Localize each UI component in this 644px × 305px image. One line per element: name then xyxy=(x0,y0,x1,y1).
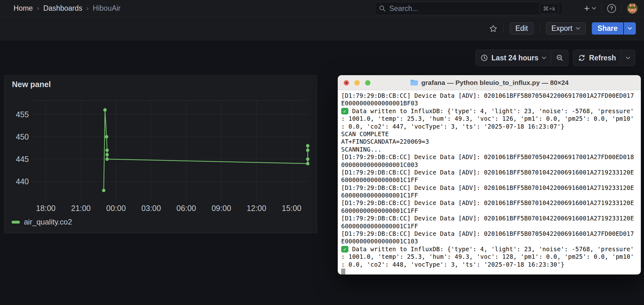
terminal-window[interactable]: grafana — Python bleuio_to_influx.py — 8… xyxy=(338,75,641,274)
zoom-out-icon xyxy=(556,54,564,62)
y-tick-label: 445 xyxy=(16,155,29,164)
series-point xyxy=(105,135,108,138)
terminal-line: [D1:79:29:DB:CB:CC] Device Data [ADV]: 0… xyxy=(341,214,637,222)
zoom-window-button[interactable] xyxy=(365,80,370,86)
terminal-cursor-line xyxy=(341,268,637,274)
chevron-down-icon xyxy=(626,57,630,59)
folder-icon xyxy=(410,79,418,86)
search-shortcut-badge: ⌘+k xyxy=(539,3,559,14)
chevron-down-icon xyxy=(542,57,546,59)
terminal-line: 60000000000000001C1FF xyxy=(341,176,637,184)
user-avatar[interactable] xyxy=(627,3,638,14)
divider xyxy=(621,4,622,13)
breadcrumb-separator: › xyxy=(37,4,39,13)
series-point xyxy=(306,144,309,147)
terminal-line: AT+FINDSCANDATA=220069=3 xyxy=(341,138,637,145)
series-point xyxy=(306,148,309,152)
share-button[interactable]: Share xyxy=(592,22,623,35)
series-point xyxy=(306,162,309,165)
series-point xyxy=(105,153,109,156)
check-icon: ✓ xyxy=(341,246,348,252)
chevron-down-icon xyxy=(628,27,632,30)
divider xyxy=(503,24,504,33)
star-icon xyxy=(489,25,497,33)
edit-button[interactable]: Edit xyxy=(510,22,534,35)
terminal-content[interactable]: [D1:79:29:DB:CB:CC] Device Data [ADV]: 0… xyxy=(338,90,641,274)
search-placeholder: Search... xyxy=(389,4,418,13)
terminal-line: [D1:79:29:DB:CB:CC] Device Data [ADV]: 0… xyxy=(341,153,637,161)
terminal-line: 60000000000000001C1FF xyxy=(341,207,637,214)
series-point xyxy=(102,189,105,192)
top-nav: Home›Dashboards›HibouAir Search... ⌘+k +… xyxy=(0,0,644,17)
minimize-window-button[interactable] xyxy=(354,80,360,86)
terminal-line: : 0.0, 'co2': 447, 'vocType': 3, 'ts': '… xyxy=(341,123,637,130)
terminal-title: grafana — Python bleuio_to_influx.py — 8… xyxy=(410,79,569,86)
favorite-button[interactable] xyxy=(489,25,497,33)
x-tick-label: 15:00 xyxy=(282,204,301,213)
terminal-line: ✓ Data written to InfluxDB: {'type': 4, … xyxy=(341,107,637,115)
terminal-line: SCANNING... xyxy=(341,146,637,153)
chevron-down-icon xyxy=(576,27,580,30)
help-button[interactable]: ? xyxy=(607,4,616,13)
x-tick-label: 18:00 xyxy=(36,204,55,213)
x-tick-label: 21:00 xyxy=(71,204,91,213)
divider xyxy=(602,4,602,13)
refresh-button[interactable]: Refresh xyxy=(573,50,621,66)
terminal-line: [D1:79:29:DB:CB:CC] Device Data [ADV]: 0… xyxy=(341,199,637,207)
grafana-dashboard-page: { "topnav": { "breadcrumbs": [ { "label"… xyxy=(0,0,644,305)
breadcrumb-item-home[interactable]: Home xyxy=(14,4,33,13)
x-tick-label: 06:00 xyxy=(176,204,196,213)
terminal-line: : 1001.0, 'temp': 25.3, 'hum': 49.3, 'vo… xyxy=(341,253,637,260)
refresh-interval-picker[interactable] xyxy=(621,50,635,66)
terminal-line: SCAN COMPLETE xyxy=(341,130,637,138)
x-tick-label: 12:00 xyxy=(247,204,266,213)
chevron-down-icon xyxy=(592,7,596,10)
terminal-line: : 1001.0, 'temp': 25.3, 'hum': 49.3, 'vo… xyxy=(341,115,637,122)
time-controls: Last 24 hours Refresh xyxy=(475,50,635,66)
y-tick-label: 455 xyxy=(16,110,29,119)
new-button[interactable]: + xyxy=(584,4,596,13)
close-window-button[interactable] xyxy=(344,80,349,86)
legend-color-swatch xyxy=(12,221,20,224)
search-input[interactable]: Search... ⌘+k xyxy=(375,2,563,15)
time-range-picker[interactable]: Last 24 hours xyxy=(476,50,551,66)
x-tick-label: 03:00 xyxy=(141,204,161,213)
share-options-button[interactable] xyxy=(624,22,636,35)
series-point xyxy=(306,158,309,161)
terminal-line: 00000000000000001C003 xyxy=(341,161,637,169)
terminal-line: [D1:79:29:DB:CB:CC] Device Data [ADV]: 0… xyxy=(341,184,637,191)
refresh-icon xyxy=(578,54,586,62)
divider xyxy=(540,24,540,33)
x-tick-label: 09:00 xyxy=(212,204,231,213)
export-button[interactable]: Export xyxy=(546,22,586,35)
help-icon: ? xyxy=(607,4,616,13)
window-controls xyxy=(344,75,370,90)
search-icon xyxy=(379,5,386,12)
series-point xyxy=(105,158,109,161)
series-point xyxy=(105,148,109,152)
clock-icon xyxy=(480,54,488,62)
terminal-titlebar[interactable]: grafana — Python bleuio_to_influx.py — 8… xyxy=(338,75,641,90)
timeseries-chart: 44044545045518:0021:0000:0003:0006:0009:… xyxy=(4,75,317,233)
dashboard-toolbar: Edit Export Share xyxy=(0,17,644,40)
terminal-line: [D1:79:29:DB:CB:CC] Device Data [ADV]: 0… xyxy=(341,92,637,99)
terminal-line: 60000000000000001C1FF xyxy=(341,191,637,199)
top-nav-actions: + ? xyxy=(584,0,638,17)
breadcrumb-separator: › xyxy=(86,4,89,13)
time-range-group: Last 24 hours xyxy=(475,50,569,66)
terminal-line: [D1:79:29:DB:CB:CC] Device Data [ADV]: 0… xyxy=(341,169,637,176)
y-tick-label: 440 xyxy=(16,177,29,186)
legend-item[interactable]: air_quality.co2 xyxy=(12,218,72,226)
plus-icon: + xyxy=(584,4,590,13)
panel-title: New panel xyxy=(12,80,51,89)
breadcrumb-item-hibouair: HibouAir xyxy=(93,4,120,13)
series-line xyxy=(104,110,308,191)
share-split-button: Share xyxy=(592,22,636,35)
terminal-cursor xyxy=(341,269,345,274)
terminal-line: E0000000000000001C103 xyxy=(341,237,637,245)
panel-new-panel[interactable]: New panel 44044545045518:0021:0000:0003:… xyxy=(4,75,317,233)
check-icon: ✓ xyxy=(341,108,348,114)
zoom-out-button[interactable] xyxy=(551,50,568,66)
refresh-group: Refresh xyxy=(573,50,635,66)
breadcrumb-item-dashboards[interactable]: Dashboards xyxy=(43,4,82,13)
